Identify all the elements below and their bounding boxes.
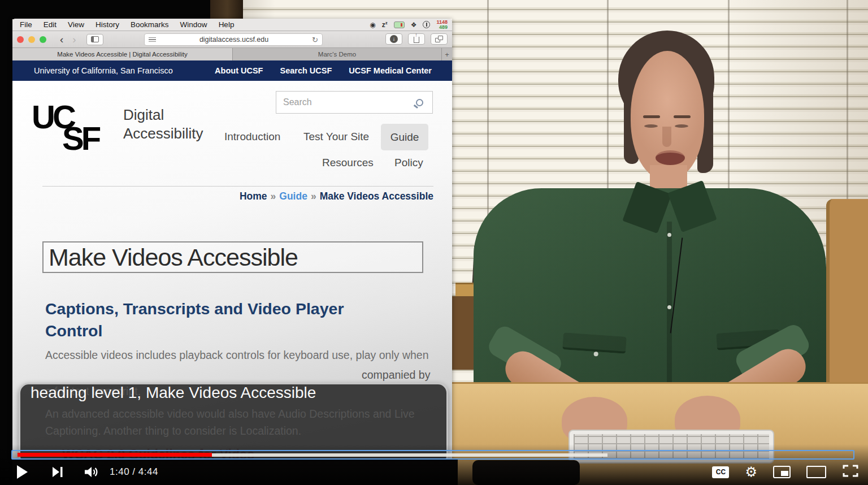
header-divider [42,186,433,187]
breadcrumb-guide[interactable]: Guide [279,190,307,202]
voiceover-caption-text: heading level 1, Make Videos Accessible [31,384,316,402]
menu-help[interactable]: Help [219,20,235,29]
page-title: Make Videos Accessible [49,244,298,271]
link-ucsf-medical-center[interactable]: UCSF Medical Center [349,66,432,75]
tab-label: Marc's Demo [318,51,356,58]
menubar-ticker: 1148 489 [436,20,448,30]
close-window-button[interactable] [17,36,24,43]
presenter-eyebrow [643,115,660,118]
logo-sf: SF [62,119,98,157]
paragraph-line: Accessible videos includes playback cont… [45,349,429,362]
play-icon [16,465,28,479]
nav-guide-label: Guide [390,131,419,144]
nav-test-your-site[interactable]: Test Your Site [303,131,369,143]
fullscreen-button[interactable] [842,464,859,480]
sidebar-icon [91,36,99,42]
wood-chair-right [826,199,868,386]
player-controls: 1:40 / 4:44 CC ⚙ [0,459,868,485]
play-button[interactable] [16,459,28,485]
site-title: Digital Accessibility [123,106,203,143]
progress-buffered [212,453,607,457]
download-icon: ↓ [390,35,398,43]
miniplayer-icon [781,471,788,476]
share-icon [414,37,419,43]
video-frame: File Edit View History Bookmarks Window … [0,0,868,485]
menu-window[interactable]: Window [180,20,207,29]
record-icon[interactable]: ◉ [370,21,375,29]
breadcrumb-separator: » [307,190,320,202]
link-search-ucsf[interactable]: Search UCSF [280,66,332,75]
downloads-button[interactable]: ↓ [385,33,402,45]
section-heading: Captions, Transcripts and Video Player C… [45,298,344,342]
presenter-eye [644,124,658,128]
menu-file[interactable]: File [20,20,32,29]
sidebar-button[interactable] [86,34,103,45]
menu-bookmarks[interactable]: Bookmarks [131,20,169,29]
ucsf-topbar-title[interactable]: University of California, San Francisco [34,66,173,75]
safari-toolbar: ‹ › digitalaccess.ucsf.edu ↻ ↓ [12,31,452,48]
next-button[interactable] [52,459,63,485]
next-icon [52,466,63,478]
presenter-eye [675,124,688,128]
progress-played [18,453,212,457]
tab-marcs-demo[interactable]: Marc's Demo [233,48,442,60]
macos-menubar: File Edit View History Bookmarks Window … [12,19,452,31]
progress-bar[interactable] [11,450,854,460]
miniplayer-button[interactable] [773,466,791,478]
safari-tabbar: Make Videos Accessible | Digital Accessi… [12,48,452,60]
volume-icon [84,466,99,478]
paragraph-line: An advanced accessible video would also … [45,408,415,421]
shirt-button [667,305,671,309]
battery-icon[interactable] [394,21,405,28]
menu-edit[interactable]: Edit [44,20,57,29]
tab-overview-button[interactable] [431,33,448,45]
page-heading-focus-box: Make Videos Accessible [42,241,423,273]
nav-introduction[interactable]: Introduction [224,131,280,143]
presenter-mouth [656,150,685,165]
url-text[interactable]: digitalaccess.ucsf.edu [156,36,312,44]
search-input[interactable] [276,97,416,108]
tabs-icon [435,36,443,42]
paragraph-line-occluded: companied by [362,369,430,382]
shirt-button [667,233,671,237]
breadcrumb-current: Make Videos Accessible [320,190,433,202]
nav-guide-active[interactable]: Guide [381,124,428,150]
nav-resources[interactable]: Resources [322,157,374,169]
site-search [276,91,433,114]
presenter-eyebrow [674,115,691,118]
captions-button[interactable]: CC [712,466,729,478]
presenter-nose [662,127,671,147]
back-button[interactable]: ‹ [55,34,68,45]
ucsf-logo[interactable]: UC SF [29,98,125,166]
fullscreen-icon [842,464,859,478]
paragraph-line: Captioning. Another thing to consider is… [45,425,301,438]
reload-icon[interactable]: ↻ [312,36,318,44]
zoom-window-button[interactable] [40,36,46,43]
menu-history[interactable]: History [96,20,119,29]
breadcrumb-separator: » [267,190,280,202]
menu-view[interactable]: View [68,20,84,29]
mac-screen-recording: File Edit View History Bookmarks Window … [12,19,452,460]
dark-wall [0,0,210,19]
address-bar[interactable]: digitalaccess.ucsf.edu ↻ [144,33,323,46]
forward-button[interactable]: › [68,34,80,45]
sleep-icon[interactable]: zz [382,20,388,29]
tab-make-videos-accessible[interactable]: Make Videos Accessible | Digital Accessi… [12,48,233,60]
theater-mode-button[interactable] [806,466,826,478]
tab-label: Make Videos Accessible | Digital Accessi… [57,51,187,58]
search-icon[interactable] [416,99,423,106]
accessibility-icon[interactable] [423,21,430,28]
ucsf-topbar: University of California, San Francisco … [12,60,452,81]
breadcrumb-home[interactable]: Home [240,190,267,202]
nav-policy[interactable]: Policy [394,157,423,169]
share-button[interactable] [408,33,425,45]
settings-button[interactable]: ⚙ [745,465,757,479]
volume-button[interactable] [84,459,99,485]
move-tool-icon[interactable]: ❖ [411,21,417,29]
breadcrumb: Home»Guide»Make Videos Accessible [240,190,433,202]
link-about-ucsf[interactable]: About UCSF [215,66,263,75]
minimize-window-button[interactable] [28,36,35,43]
dark-edge [0,0,12,485]
new-tab-button[interactable]: + [442,48,452,60]
reader-icon[interactable] [149,37,156,42]
